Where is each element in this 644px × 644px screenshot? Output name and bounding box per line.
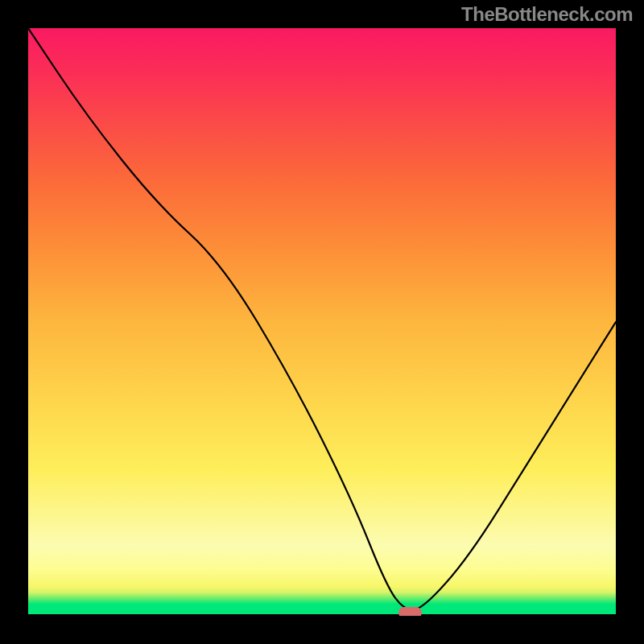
chart-container: TheBottleneck.com xyxy=(0,0,644,644)
curve-svg xyxy=(28,28,616,616)
plot-area xyxy=(28,28,616,616)
optimal-marker xyxy=(398,607,422,616)
watermark-text: TheBottleneck.com xyxy=(461,3,633,26)
bottleneck-curve-path xyxy=(28,28,616,610)
